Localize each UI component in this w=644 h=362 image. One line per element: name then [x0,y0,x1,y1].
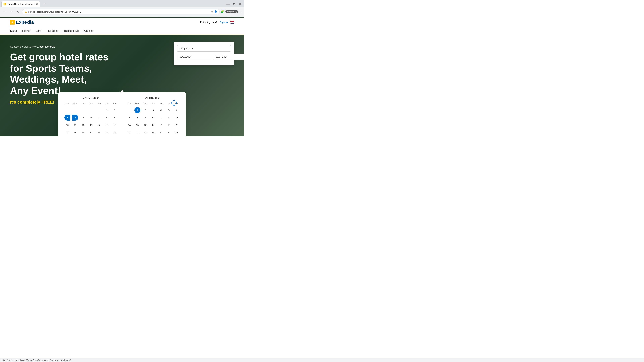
nav-item-things-to-do[interactable]: Things to Do [64,27,79,35]
cal-day-14[interactable]: 14 [126,122,132,128]
checkin-input[interactable] [177,54,212,60]
mar-wed-header: Wed [87,102,95,106]
profile-icon[interactable]: 👤 [214,10,217,13]
cal-day-22[interactable]: 22 [134,129,140,135]
cal-day-9[interactable]: 9 [112,115,118,121]
cal-day-10[interactable]: 10 [64,122,70,128]
cal-day-5[interactable]: 5 [80,115,86,121]
nav-item-stays[interactable]: Stays [10,27,17,35]
cal-day-10[interactable]: 10 [150,115,156,121]
cal-day-15[interactable]: 15 [134,122,140,128]
page-content: ✈ Expedia Returning User? Sign In Stays … [0,17,244,136]
cal-day-3[interactable]: 3 [64,115,70,121]
nav-item-packages[interactable]: Packages [46,27,58,35]
nav-item-cruises[interactable]: Cruises [84,27,93,35]
cal-day-13[interactable]: 13 [88,122,94,128]
cal-empty [126,107,132,113]
cal-day-18[interactable]: 18 [72,129,78,135]
restore-button[interactable]: ⊡ [232,1,237,7]
cal-day-21[interactable]: 21 [126,129,132,135]
cal-day-19[interactable]: 19 [80,129,86,135]
calendar-next-button[interactable]: › [172,100,177,106]
extensions-icon[interactable]: 🧩 [221,10,224,13]
cal-day-27[interactable]: 27 [174,129,180,135]
cal-day-19[interactable]: 19 [166,122,172,128]
cal-day-2[interactable]: 2 [112,107,118,113]
close-browser-button[interactable]: ✕ [238,1,243,7]
logo[interactable]: ✈ Expedia [10,19,34,25]
cal-day-14[interactable]: 14 [96,122,102,128]
address-bar-row: ← → ↻ 🔒 groups.expedia.com/Group-Rate/?l… [0,7,244,17]
cal-day-23[interactable]: 23 [142,129,148,135]
cal-day-2[interactable]: 2 [142,107,148,113]
calendar-dropdown: › MARCH 2024 Sun Mon Tue Wed Thu Fri [58,92,186,136]
apr-mon-header: Mon [133,102,141,106]
logo-text: Expedia [16,19,34,25]
cal-day-24[interactable]: 24 [150,129,156,135]
address-bar-icons: ☆ 👤 [211,10,217,13]
march-calendar: MARCH 2024 Sun Mon Tue Wed Thu Fri Sat 1… [64,96,119,136]
cal-day-8[interactable]: 8 [134,115,140,121]
cal-day-1[interactable]: 1 [104,107,110,113]
cal-day-7[interactable]: 7 [96,115,102,121]
address-bar[interactable]: 🔒 groups.expedia.com/Group-Rate/?locale=… [22,9,220,14]
cal-day-16[interactable]: 16 [142,122,148,128]
cal-day-5[interactable]: 5 [166,107,172,113]
cal-day-8[interactable]: 8 [104,115,110,121]
cal-day-11[interactable]: 11 [72,122,78,128]
cal-day-17[interactable]: 17 [64,129,70,135]
nav-item-cars[interactable]: Cars [36,27,41,35]
cal-day-13[interactable]: 13 [174,115,180,121]
nav-item-flights[interactable]: Flights [22,27,30,35]
cal-day-20[interactable]: 20 [174,122,180,128]
cal-day-18[interactable]: 18 [158,122,164,128]
menu-icon[interactable]: ⋮ [240,10,242,13]
cal-day-1[interactable]: 1 [134,107,140,113]
forward-button[interactable]: → [9,9,14,14]
apr-sun-header: Sun [126,102,133,106]
cal-day-17[interactable]: 17 [150,122,156,128]
active-tab[interactable]: E Group Hotel Quote Request ✕ [1,1,40,7]
apr-thu-header: Thu [157,102,165,106]
cal-day-25[interactable]: 25 [158,129,164,135]
cal-day-7[interactable]: 7 [126,115,132,121]
cal-day-21[interactable]: 21 [96,129,102,135]
flag-icon[interactable] [230,21,234,24]
returning-user-label: Returning User? [200,21,217,24]
location-input[interactable] [177,45,231,52]
apr-wed-header: Wed [149,102,157,106]
cal-day-6[interactable]: 6 [174,107,180,113]
cal-day-6[interactable]: 6 [88,115,94,121]
cal-empty [64,107,70,113]
tab-close-button[interactable]: ✕ [36,3,38,5]
incognito-badge: Incognito (2) [226,10,238,13]
cal-empty [88,107,94,113]
cal-day-20[interactable]: 20 [88,129,94,135]
cal-day-16[interactable]: 16 [112,122,118,128]
cal-day-11[interactable]: 11 [158,115,164,121]
cal-day-4[interactable]: 4 [158,107,164,113]
browser-chrome: E Group Hotel Quote Request ✕ + — ⊡ ✕ ← … [0,0,244,17]
cal-day-23[interactable]: 23 [112,129,118,135]
bookmark-icon[interactable]: ☆ [211,10,213,13]
cal-day-22[interactable]: 22 [104,129,110,135]
checkout-input[interactable] [213,54,244,60]
cal-day-9[interactable]: 9 [142,115,148,121]
header-right: Returning User? Sign In [200,21,234,24]
april-grid: Sun Mon Tue Wed Thu Fri Sat 123456789101… [126,102,181,136]
cal-day-3[interactable]: 3 [150,107,156,113]
cal-day-12[interactable]: 12 [80,122,86,128]
march-grid: Sun Mon Tue Wed Thu Fri Sat 123456789101… [64,102,119,136]
mar-thu-header: Thu [95,102,103,106]
cal-day-4[interactable]: 4 [72,115,78,121]
cal-day-12[interactable]: 12 [166,115,172,121]
sign-in-link[interactable]: Sign In [220,21,228,24]
reload-button[interactable]: ↻ [16,9,21,14]
back-button[interactable]: ← [2,9,8,14]
cal-empty [72,107,78,113]
new-tab-button[interactable]: + [41,1,47,7]
minimize-button[interactable]: — [226,1,231,7]
cal-day-15[interactable]: 15 [104,122,110,128]
cal-day-26[interactable]: 26 [166,129,172,135]
mar-mon-header: Mon [71,102,79,106]
